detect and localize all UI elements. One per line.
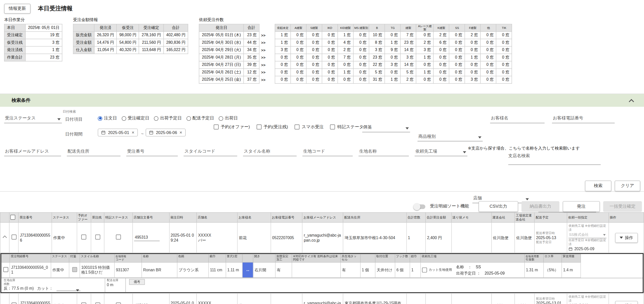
search-text-field[interactable]: 配送先住所 bbox=[67, 147, 121, 156]
assign-factory-select[interactable]: SS株式会社 bbox=[569, 303, 607, 304]
branch-search-input[interactable] bbox=[508, 159, 601, 165]
request-count: 3 窓 bbox=[401, 54, 416, 62]
request-count: 0 窓 bbox=[416, 32, 434, 39]
amount-value: 211,560 円 bbox=[139, 39, 164, 47]
orders-col-header: 予約オファー bbox=[77, 213, 91, 223]
request-factory-header: Aレース縫製 bbox=[416, 24, 434, 32]
row-checkbox[interactable] bbox=[12, 303, 17, 304]
product-type-select[interactable]: 商品種別 bbox=[418, 133, 483, 142]
detail-row-checkbox[interactable] bbox=[3, 267, 8, 272]
clear-date-from-icon[interactable]: × bbox=[132, 131, 134, 135]
search-section: 検索条件 受注ステータス 日付検索 日付項目 注文日受注確定日出荷予定日配送予定… bbox=[0, 94, 644, 192]
customer-name-input[interactable]: お客様名 bbox=[490, 114, 544, 123]
request-row: 2025年 05月 01日 (木)23 窓>>1 窓0 窓0 窓0 窓1 窓0 … bbox=[199, 32, 512, 39]
special-status-checkbox[interactable] bbox=[116, 235, 121, 240]
date-item-radio[interactable]: 出荷予定日 bbox=[154, 116, 182, 121]
invoice-export-button[interactable]: 納品書出力 bbox=[521, 201, 559, 212]
search-text-field[interactable]: スタイルコード bbox=[183, 147, 237, 156]
search-section-title: 検索条件 bbox=[12, 97, 30, 104]
orders-col-header: 配送予定 bbox=[535, 213, 567, 223]
row-action-button[interactable]: 操作 bbox=[615, 301, 637, 304]
search-text-field[interactable]: スタイル名称 bbox=[243, 147, 297, 156]
detail-col-header: 実使用量 bbox=[562, 254, 581, 262]
cut-fabric-checkbox[interactable]: カット生地使用 bbox=[422, 268, 452, 273]
request-count: 0 窓 bbox=[416, 61, 434, 69]
request-count: 14 窓 bbox=[401, 61, 416, 69]
cut-select[interactable] bbox=[56, 289, 80, 291]
request-date: 2025年 05月 01日 (木) bbox=[199, 32, 244, 39]
checkbox-icon[interactable] bbox=[256, 125, 261, 130]
select-all-checkbox[interactable] bbox=[10, 214, 15, 220]
assign-ship-date[interactable]: 2025-05-09 bbox=[569, 247, 607, 251]
orders-col-header: 特記ステータス bbox=[104, 213, 132, 223]
reserve-offer-checkbox[interactable] bbox=[81, 235, 86, 240]
branch-search-field[interactable]: 支店名検索 bbox=[508, 153, 601, 165]
date-item-radio[interactable]: 注文日 bbox=[98, 116, 117, 121]
today-row: 発注済残1 窓 bbox=[4, 46, 62, 54]
request-count: 0 窓 bbox=[291, 76, 306, 84]
assign-factory-label: 依頼先工場 ※全明細行設定済 bbox=[569, 295, 607, 303]
special-status-checkbox[interactable] bbox=[116, 303, 121, 304]
bulk-confirm-button[interactable]: 一括受注確定 bbox=[603, 201, 642, 212]
reserve-offer-checkbox[interactable] bbox=[81, 303, 86, 304]
amount-value: 14,476 円 bbox=[94, 39, 117, 47]
fusen-select[interactable]: 付箋 bbox=[362, 123, 410, 133]
customer-cell: 藤田 bbox=[238, 293, 271, 304]
fusen-checkbox[interactable] bbox=[72, 267, 77, 272]
checkbox-icon[interactable] bbox=[330, 125, 335, 130]
row-checkbox[interactable] bbox=[12, 235, 17, 240]
date-item-radio[interactable]: 配送予定日 bbox=[186, 116, 214, 121]
csv-export-button[interactable]: CSV出力 bbox=[479, 201, 518, 212]
search-text-field[interactable]: 生地名称 bbox=[359, 147, 409, 156]
search-text-field[interactable]: 受注番号 bbox=[126, 147, 178, 156]
assign-factory-select[interactable]: SS株式会社 bbox=[569, 232, 607, 238]
request-arrow: >> bbox=[259, 39, 275, 47]
clear-button[interactable]: クリア bbox=[615, 181, 640, 192]
request-count: 0 窓 bbox=[306, 54, 322, 62]
search-button[interactable]: 検索 bbox=[585, 181, 612, 192]
search-text-field[interactable]: 生地コード bbox=[302, 147, 353, 156]
sort-toggle[interactable] bbox=[414, 205, 425, 209]
today-row: 本日2025年 05月 01日 bbox=[4, 24, 62, 32]
request-total: 39 窓 bbox=[244, 61, 259, 69]
refresh-button[interactable]: 情報更新 bbox=[4, 4, 30, 14]
order-status-select[interactable]: 受注ステータス bbox=[4, 114, 62, 123]
request-count: 0 窓 bbox=[322, 54, 337, 62]
request-date: 2025年 04月 25日 (金) bbox=[199, 76, 244, 84]
search-text-field[interactable]: お客様メールアドレス bbox=[4, 147, 61, 156]
phone-cell: 0522207005 bbox=[271, 223, 302, 253]
order-button[interactable]: 発注 bbox=[563, 201, 600, 212]
backorder-checkbox[interactable] bbox=[95, 235, 100, 240]
request-panel: 依頼受注件数 発注日合計依頼未定A縫製S縫製IKDKID縫製MS 縫製別BTG縫… bbox=[199, 17, 512, 84]
factory-select[interactable]: 依頼先工場 bbox=[414, 147, 467, 156]
today-row-value: 3 窓 bbox=[25, 39, 62, 47]
checkbox-icon[interactable] bbox=[422, 268, 427, 273]
store-order-no-input[interactable]: 495192 bbox=[134, 302, 160, 304]
date-item-radio[interactable]: 受注確定日 bbox=[122, 116, 149, 121]
orders-col-header: 受注番号 bbox=[19, 213, 52, 223]
date-range-label: 日付期間 bbox=[65, 132, 83, 138]
order-no-cell: J71336400000557 bbox=[19, 293, 52, 304]
date-item-radio[interactable]: 出荷日 bbox=[219, 116, 238, 121]
clear-date-to-icon[interactable]: × bbox=[179, 131, 182, 135]
collapse-section-icon[interactable] bbox=[629, 99, 634, 104]
total-width-cell: 1 bbox=[410, 262, 421, 278]
request-count: 0 窓 bbox=[353, 61, 369, 69]
search-checkbox[interactable]: スマホ受注 bbox=[295, 124, 324, 130]
collapse-row-icon[interactable] bbox=[3, 235, 7, 239]
search-section-header[interactable]: 検索条件 bbox=[0, 94, 644, 107]
search-checkbox[interactable]: 予約(オファー) bbox=[214, 124, 250, 130]
checkbox-icon[interactable] bbox=[214, 125, 219, 130]
request-arrow: >> bbox=[259, 69, 275, 76]
search-checkbox[interactable]: 予約(受注残) bbox=[256, 124, 288, 130]
store-order-no-input[interactable]: 495313 bbox=[134, 234, 160, 241]
action-button-label: 操作 bbox=[625, 303, 633, 304]
customer-phone-input[interactable]: お客様電話番号 bbox=[552, 114, 615, 123]
date-from-input[interactable]: 2025-05-01 × bbox=[98, 129, 138, 137]
request-count: 0 窓 bbox=[481, 47, 496, 54]
date-to-input[interactable]: 2025-06-06 × bbox=[146, 129, 185, 137]
row-action-button[interactable]: 操作 bbox=[615, 233, 637, 243]
checkbox-icon[interactable] bbox=[295, 125, 300, 130]
detail-col-header: 形態安定加工 bbox=[275, 254, 292, 262]
backorder-checkbox[interactable] bbox=[95, 303, 100, 304]
